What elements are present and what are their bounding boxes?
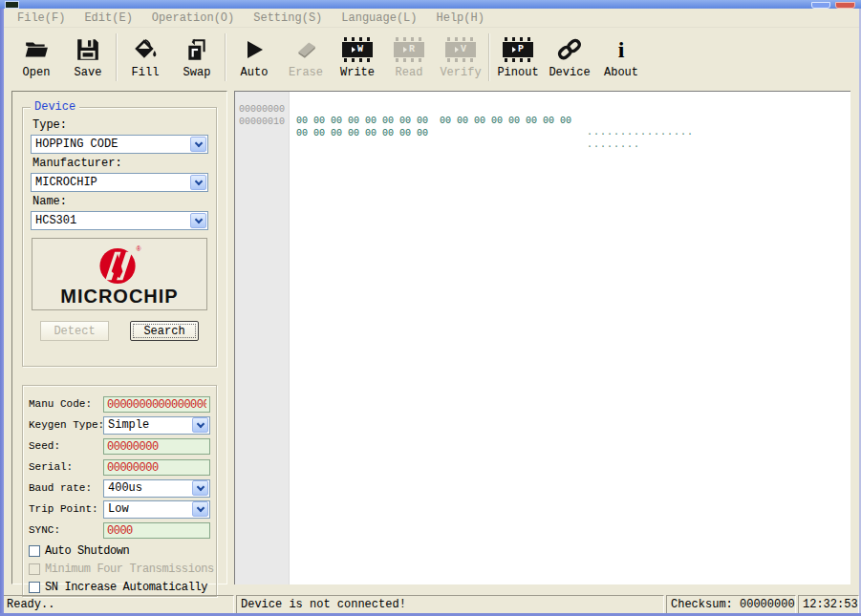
sync-input[interactable]: [103, 522, 210, 539]
menu-item-file[interactable]: File(F): [9, 10, 74, 27]
sn-increase-label: SN Increase Automatically: [45, 581, 207, 594]
menu-item-language[interactable]: Language(L): [333, 10, 425, 27]
keygen-type-select-value: Simple: [104, 418, 191, 432]
toolbar: Open Save Fill Swap Auto: [4, 29, 859, 86]
toolbar-button-label: Pinout: [497, 67, 538, 78]
auto-button[interactable]: Auto: [228, 31, 280, 84]
app-window: File(F) Edit(E) Operation(O) Setting(S) …: [0, 0, 861, 616]
swap-button[interactable]: Swap: [171, 31, 223, 84]
window-border-left: [0, 0, 4, 616]
close-button[interactable]: [835, 2, 855, 9]
hex-row[interactable]: 00000010 00 00 00 00 00 00 00 00 .......…: [235, 105, 850, 117]
serial-input[interactable]: [103, 459, 210, 476]
write-button[interactable]: W Write: [332, 31, 383, 84]
manufacturer-label: Manufacturer:: [32, 157, 208, 170]
eraser-icon: [293, 36, 318, 63]
manu-code-row: Manu Code:: [29, 395, 210, 413]
config-group: Manu Code: Keygen Type: Simple Seed: Ser…: [22, 385, 217, 597]
device-sidebar-panel: Device Type: HOPPING CODE Manufacturer: …: [11, 91, 227, 584]
seed-input[interactable]: [103, 438, 210, 455]
maximize-button[interactable]: [811, 2, 830, 9]
read-chip-icon: R: [394, 36, 424, 63]
auto-shutdown-checkbox-row: Auto Shutdown: [29, 542, 210, 559]
chevron-down-icon[interactable]: [190, 137, 206, 152]
toolbar-button-label: Auto: [241, 67, 269, 78]
save-floppy-icon: [75, 36, 100, 63]
open-folder-icon: [23, 36, 50, 63]
minimum-four-transmissions-checkbox[interactable]: [29, 563, 40, 575]
hex-editor[interactable]: 00000000 00 00 00 00 00 00 00 00 00 00 0…: [234, 91, 850, 584]
chevron-down-icon[interactable]: [192, 501, 208, 517]
chip-letter: R: [409, 45, 415, 54]
toolbar-separator: [225, 33, 226, 81]
baud-rate-label: Baud rate:: [29, 482, 103, 494]
save-button[interactable]: Save: [62, 31, 114, 84]
keygen-type-row: Keygen Type: Simple: [29, 416, 210, 434]
chevron-down-icon[interactable]: [192, 417, 208, 433]
hex-address-gutter: [235, 92, 290, 584]
verify-button[interactable]: V Verify: [435, 31, 486, 84]
auto-shutdown-checkbox[interactable]: [29, 545, 40, 557]
write-chip-icon: W: [342, 36, 373, 63]
status-bar: Ready.. Device is not connected! Checksu…: [2, 594, 859, 614]
seed-row: Seed:: [29, 437, 210, 455]
erase-button[interactable]: Erase: [280, 31, 332, 84]
status-checksum: Checksum: 00000000H: [666, 595, 796, 614]
status-device-connection: Device is not connected!: [236, 595, 664, 614]
manufacturer-select-value: MICROCHIP: [32, 176, 189, 189]
seed-label: Seed:: [29, 440, 103, 452]
svg-text:®: ®: [137, 244, 141, 251]
keygen-type-select[interactable]: Simple: [103, 416, 210, 435]
chip-letter: P: [518, 45, 524, 54]
hex-bytes[interactable]: 00 00 00 00 00 00 00 00: [296, 128, 428, 139]
minimum-four-transmissions-checkbox-row: Minimum Four Transmissions: [29, 561, 210, 577]
toolbar-button-label: Device: [549, 67, 590, 78]
manufacturer-logo-text: MICROCHIP: [60, 287, 178, 306]
chevron-down-icon[interactable]: [190, 175, 206, 190]
hex-bytes[interactable]: 00 00 00 00 00 00 00 00 00 00 00 00 00 0…: [296, 116, 571, 127]
open-button[interactable]: Open: [11, 31, 62, 84]
name-select-value: HCS301: [32, 214, 189, 227]
sn-increase-checkbox-row: SN Increase Automatically: [29, 579, 210, 595]
read-button[interactable]: R Read: [383, 31, 435, 84]
menu-item-help[interactable]: Help(H): [428, 10, 493, 27]
hex-row[interactable]: 00000000 00 00 00 00 00 00 00 00 00 00 0…: [235, 93, 850, 104]
toolbar-separator: [116, 33, 118, 81]
chevron-down-icon[interactable]: [190, 213, 206, 228]
menu-item-setting[interactable]: Setting(S): [245, 10, 331, 27]
toolbar-button-label: Erase: [289, 67, 323, 78]
toolbar-button-label: Read: [396, 67, 423, 78]
toolbar-button-label: Write: [340, 67, 375, 78]
title-bar[interactable]: [0, 0, 861, 9]
pinout-button[interactable]: P Pinout: [492, 31, 544, 84]
fill-button[interactable]: Fill: [119, 31, 171, 84]
menu-bar: File(F) Edit(E) Operation(O) Setting(S) …: [4, 9, 859, 28]
type-select[interactable]: HOPPING CODE: [31, 135, 208, 154]
about-button[interactable]: i About: [595, 31, 647, 84]
toolbar-button-label: Fill: [132, 67, 160, 78]
detect-button[interactable]: Detect: [40, 321, 109, 341]
baud-rate-select[interactable]: 400us: [103, 479, 210, 498]
device-button[interactable]: Device: [544, 31, 595, 84]
menu-item-edit[interactable]: Edit(E): [75, 10, 140, 27]
sn-increase-checkbox[interactable]: [29, 582, 40, 593]
trip-point-select[interactable]: Low: [103, 500, 210, 519]
chevron-down-icon[interactable]: [192, 480, 208, 496]
toolbar-button-label: Open: [23, 67, 51, 78]
hex-ascii: ........: [587, 139, 640, 151]
toolbar-separator: [488, 33, 490, 81]
toolbar-button-label: Swap: [183, 67, 211, 78]
search-button[interactable]: Search: [130, 321, 199, 341]
toolbar-button-label: Save: [75, 67, 102, 78]
serial-row: Serial:: [29, 458, 210, 476]
chip-letter: V: [461, 45, 466, 54]
name-select[interactable]: HCS301: [31, 211, 208, 230]
menu-item-operation[interactable]: Operation(O): [143, 10, 243, 27]
fill-bucket-icon: [133, 36, 158, 63]
manufacturer-logo-box: ® MICROCHIP: [32, 238, 207, 310]
manufacturer-select[interactable]: MICROCHIP: [31, 173, 208, 192]
type-label: Type:: [32, 118, 208, 132]
manu-code-input[interactable]: [103, 396, 210, 413]
hex-address: 00000010: [239, 117, 285, 128]
microchip-logo-icon: ®: [95, 244, 144, 286]
